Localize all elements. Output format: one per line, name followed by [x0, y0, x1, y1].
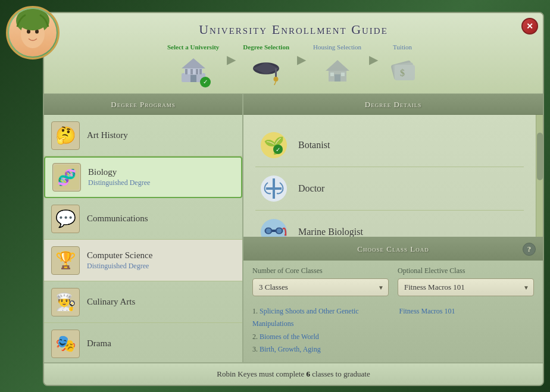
svg-rect-10: [190, 69, 193, 74]
svg-rect-11: [196, 69, 198, 74]
step-degree-selection[interactable]: Degree Selection: [243, 43, 289, 87]
svg-text:🧬: 🧬: [57, 168, 77, 187]
degree-list: 🤔 Art History 🧬 Biology: [44, 115, 242, 362]
degree-badge-computer-science: Distinguished Degree: [87, 262, 235, 271]
class-number-1: 1.: [252, 307, 258, 315]
avatar-face: [9, 9, 57, 57]
step-tuition[interactable]: Tuition $: [385, 43, 420, 87]
svg-rect-25: [395, 65, 415, 80]
degree-name-computer-science: Computer Science: [87, 250, 235, 261]
close-button[interactable]: ✕: [521, 18, 538, 35]
avatar: [6, 6, 60, 59]
degree-info-communications: Communications: [87, 214, 235, 224]
career-item-marine-biologist: Marine Biologist: [255, 211, 524, 237]
core-classes-dropdown-wrapper: 3 Classes ▼: [252, 278, 389, 296]
class-load-header: Choose Class Load ?: [243, 238, 543, 261]
degree-info-biology: Biology Distinguished Degree: [88, 167, 234, 187]
step-icon-degree: [249, 53, 283, 87]
career-icon-marine-biologist: [258, 217, 289, 237]
core-classes-dropdown[interactable]: 3 Classes: [252, 278, 389, 296]
degree-programs-title: Degree Programs: [111, 100, 175, 109]
degree-name-drama: Drama: [87, 338, 235, 349]
svg-point-16: [274, 77, 279, 81]
class-number-3: 3.: [252, 345, 258, 353]
core-classes-value: 3 Classes: [259, 283, 288, 292]
elective-class-value: Fitness Macros 101: [404, 283, 465, 292]
step-icon-tuition: $: [385, 53, 420, 87]
class-item-2[interactable]: 2. Biomes of the World: [252, 331, 388, 344]
degree-name-communications: Communications: [87, 214, 235, 224]
degree-name-art-history: Art History: [87, 130, 235, 140]
svg-marker-7: [182, 58, 205, 68]
scrollbar-thumb: [537, 133, 543, 180]
degree-item-drama[interactable]: 🎭 Drama: [44, 323, 242, 362]
core-classes-group: Number of Core Classes 3 Classes ▼: [252, 266, 389, 296]
degree-icon-art-history: 🤔: [51, 121, 80, 150]
elective-class-dropdown[interactable]: Fitness Macros 101: [398, 278, 534, 296]
degree-info-culinary-arts: Culinary Arts: [87, 297, 235, 307]
elective-name-1: Fitness Macros 101: [399, 307, 455, 315]
arrow-2: ▶: [289, 54, 313, 65]
close-icon: ✕: [526, 21, 533, 32]
degree-icon-drama: 🎭: [51, 330, 80, 358]
step-label-housing: Housing Selection: [313, 43, 361, 51]
career-name-doctor: Doctor: [298, 183, 324, 194]
step-label-tuition: Tuition: [393, 43, 412, 51]
elective-classes-list: Fitness Macros 101: [399, 305, 535, 356]
footer-text: Robin Keyes must complete 6 classes to g…: [56, 369, 531, 379]
degree-icon-biology: 🧬: [52, 163, 81, 192]
degree-icon-culinary-arts: 👨‍🍳: [51, 288, 80, 316]
degree-programs-panel: Degree Programs 🤔 Art History 🧬: [44, 94, 243, 362]
help-button[interactable]: ?: [523, 243, 536, 256]
degree-info-drama: Drama: [87, 338, 235, 349]
svg-point-34: [261, 219, 287, 237]
degree-name-biology: Biology: [88, 167, 234, 177]
classes-required: 6: [307, 369, 311, 378]
career-icon-botanist: 🌱 ✓: [258, 130, 289, 161]
degree-details-title: Degree Details: [365, 100, 421, 109]
step-icon-university: [176, 53, 211, 87]
career-list: 🌱 ✓ Botanist: [243, 115, 536, 237]
elective-class-group: Optional Elective Class Fitness Macros 1…: [398, 266, 534, 296]
class-item-3[interactable]: 3. Birth, Growth, Aging: [252, 343, 388, 356]
elective-item-1[interactable]: Fitness Macros 101: [399, 305, 535, 318]
svg-point-39: [277, 228, 282, 233]
step-housing[interactable]: Housing Selection: [313, 43, 361, 87]
degree-details-panel: Degree Details 🌱 ✓: [243, 94, 543, 362]
step-select-university[interactable]: Select a University: [167, 43, 219, 87]
modal-title: University Enrollment Guide: [56, 22, 531, 37]
career-name-marine-biologist: Marine Biologist: [298, 227, 363, 237]
degree-info-computer-science: Computer Science Distinguished Degree: [87, 250, 235, 271]
modal-body: Degree Programs 🤔 Art History 🧬: [44, 94, 543, 362]
right-scrollbar[interactable]: [536, 115, 543, 237]
svg-text:✓: ✓: [276, 146, 280, 153]
degree-item-culinary-arts[interactable]: 👨‍🍳 Culinary Arts: [44, 281, 242, 323]
class-item-1[interactable]: 1. Splicing Shoots and Other Genetic Man…: [252, 305, 388, 331]
arrow-3: ▶: [361, 54, 385, 65]
degree-programs-header: Degree Programs: [44, 94, 242, 115]
core-classes-label: Number of Core Classes: [252, 266, 389, 275]
degree-icon-communications: 💬: [51, 205, 80, 233]
class-load-section: Choose Class Load ? Number of Core Class…: [243, 237, 543, 362]
svg-rect-12: [199, 69, 202, 74]
step-icon-housing: [320, 53, 355, 87]
degree-item-computer-science[interactable]: 🏆 Computer Science Distinguished Degree: [44, 240, 242, 281]
step-label-degree: Degree Selection: [243, 43, 289, 51]
degree-badge-biology: Distinguished Degree: [88, 178, 234, 187]
degree-name-culinary-arts: Culinary Arts: [87, 297, 235, 307]
class-number-2: 2.: [252, 333, 258, 341]
modal: ✕ University Enrollment Guide Select a U…: [43, 12, 544, 386]
arrow-1: ▶: [219, 54, 243, 65]
degree-item-biology[interactable]: 🧬 Biology Distinguished Degree: [44, 156, 242, 198]
modal-footer: Robin Keyes must complete 6 classes to g…: [44, 362, 543, 385]
degree-item-communications[interactable]: 💬 Communications: [44, 198, 242, 240]
wizard-steps: Select a University ▶: [56, 43, 531, 87]
degree-item-art-history[interactable]: 🤔 Art History: [44, 115, 242, 156]
career-item-botanist: 🌱 ✓ Botanist: [255, 124, 524, 167]
career-item-doctor: Doctor: [255, 167, 524, 211]
class-load-title: Choose Class Load: [264, 244, 523, 254]
svg-rect-22: [341, 73, 345, 76]
svg-point-4: [17, 9, 48, 30]
degree-details-header: Degree Details: [243, 94, 543, 115]
svg-marker-18: [326, 60, 349, 71]
